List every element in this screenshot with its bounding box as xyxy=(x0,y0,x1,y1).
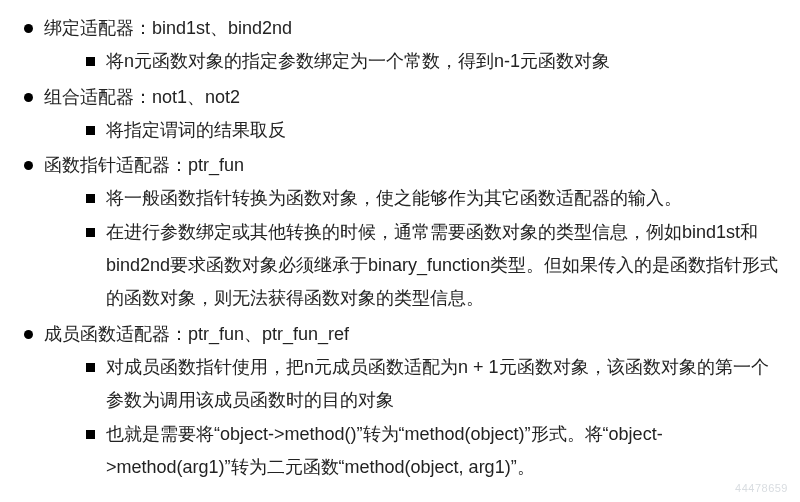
list-item: 函数指针适配器：ptr_fun 将一般函数指针转换为函数对象，使之能够作为其它函… xyxy=(18,149,782,315)
list-item: 将一般函数指针转换为函数对象，使之能够作为其它函数适配器的输入。 xyxy=(84,182,782,215)
list-item: 组合适配器：not1、not2 将指定谓词的结果取反 xyxy=(18,81,782,148)
bullet-list-level2: 将一般函数指针转换为函数对象，使之能够作为其它函数适配器的输入。 在进行参数绑定… xyxy=(84,182,782,315)
watermark-text: 44478659 xyxy=(735,478,788,498)
item-sub: 将n元函数对象的指定参数绑定为一个常数，得到n-1元函数对象 xyxy=(106,51,610,71)
list-item: 也就是需要将“object->method()”转为“method(object… xyxy=(84,418,782,485)
item-title: 组合适配器：not1、not2 xyxy=(44,87,240,107)
item-title: 绑定适配器：bind1st、bind2nd xyxy=(44,18,292,38)
item-sub: 将指定谓词的结果取反 xyxy=(106,120,286,140)
list-item: 将n元函数对象的指定参数绑定为一个常数，得到n-1元函数对象 xyxy=(84,45,782,78)
item-sub: 对成员函数指针使用，把n元成员函数适配为n + 1元函数对象，该函数对象的第一个… xyxy=(106,357,769,410)
list-item: 将指定谓词的结果取反 xyxy=(84,114,782,147)
bullet-list-level2: 对成员函数指针使用，把n元成员函数适配为n + 1元函数对象，该函数对象的第一个… xyxy=(84,351,782,484)
bullet-list-level2: 将n元函数对象的指定参数绑定为一个常数，得到n-1元函数对象 xyxy=(84,45,782,78)
bullet-list-level2: 将指定谓词的结果取反 xyxy=(84,114,782,147)
bullet-list-level1: 绑定适配器：bind1st、bind2nd 将n元函数对象的指定参数绑定为一个常… xyxy=(18,12,782,484)
item-title: 成员函数适配器：ptr_fun、ptr_fun_ref xyxy=(44,324,349,344)
list-item: 绑定适配器：bind1st、bind2nd 将n元函数对象的指定参数绑定为一个常… xyxy=(18,12,782,79)
list-item: 成员函数适配器：ptr_fun、ptr_fun_ref 对成员函数指针使用，把n… xyxy=(18,318,782,484)
list-item: 在进行参数绑定或其他转换的时候，通常需要函数对象的类型信息，例如bind1st和… xyxy=(84,216,782,316)
item-sub: 将一般函数指针转换为函数对象，使之能够作为其它函数适配器的输入。 xyxy=(106,188,682,208)
item-sub: 在进行参数绑定或其他转换的时候，通常需要函数对象的类型信息，例如bind1st和… xyxy=(106,222,778,309)
list-item: 对成员函数指针使用，把n元成员函数适配为n + 1元函数对象，该函数对象的第一个… xyxy=(84,351,782,418)
item-title: 函数指针适配器：ptr_fun xyxy=(44,155,244,175)
item-sub: 也就是需要将“object->method()”转为“method(object… xyxy=(106,424,663,477)
